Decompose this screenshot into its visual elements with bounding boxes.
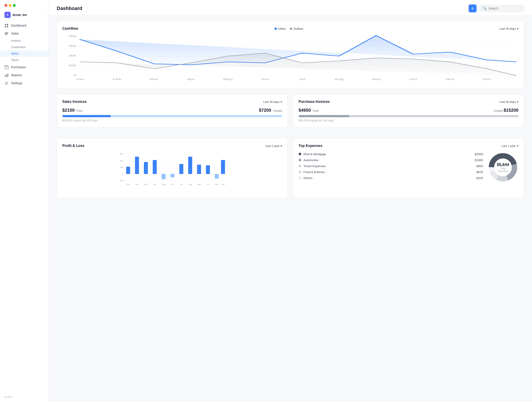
- purchase-invoice-stats: $4650 Paid Unpaid $15200: [298, 108, 519, 113]
- svg-text:Feb: Feb: [135, 183, 139, 185]
- purchase-paid-amount: $4650: [298, 108, 311, 113]
- top-expenses-period-dropdown[interactable]: Last 1 year ▾: [502, 144, 519, 148]
- chevron-down-icon: ⌄: [42, 13, 44, 16]
- sidebar-item-reports[interactable]: Reports: [0, 71, 49, 79]
- purchase-invoices-title: Purchase Invoices: [298, 100, 330, 104]
- bar-may: [162, 174, 165, 179]
- chevron-down-icon: ▾: [281, 144, 282, 148]
- sales-invoices-card: Sales Invoices Last 30 days ▾ $2100 Paid…: [57, 94, 288, 128]
- search-box: 🔍: [480, 5, 524, 12]
- bar-aug: [188, 157, 192, 174]
- bar-sep: [197, 165, 201, 174]
- outflow-legend: Outflow: [290, 27, 303, 30]
- svg-text:20k: 20k: [68, 54, 76, 57]
- sidebar-item-purchases[interactable]: Purchases: [0, 63, 49, 71]
- reports-icon: [4, 73, 8, 77]
- sales-invoice-bar: [62, 115, 282, 117]
- company-selector[interactable]: A Acme, Inc ⌄: [0, 9, 49, 20]
- sidebar-sub-invoice[interactable]: Invoice: [0, 38, 49, 44]
- svg-rect-4: [5, 32, 8, 33]
- add-button[interactable]: +: [469, 4, 477, 13]
- svg-text:10k: 10k: [120, 166, 123, 169]
- svg-text:Dec: Dec: [221, 183, 225, 185]
- svg-text:Jun: Jun: [261, 78, 269, 81]
- expense-item-0: Rent & Mortgage $2600: [298, 152, 483, 156]
- sidebar-sub-taxes[interactable]: Taxes: [0, 57, 49, 63]
- svg-rect-9: [6, 74, 7, 77]
- search-icon: 🔍: [483, 7, 487, 10]
- top-expenses-header: Top Expenses Last 1 year ▾: [298, 144, 519, 148]
- outflow-dot: [290, 27, 292, 30]
- purchase-invoices-period-dropdown[interactable]: Last 30 days ▾: [500, 100, 519, 103]
- sidebar-sub-items[interactable]: Items: [0, 50, 49, 57]
- svg-text:20k: 20k: [120, 160, 123, 162]
- sales-invoice-stats: $2100 Paid $7200 Unpaid: [62, 108, 282, 113]
- settings-icon: [4, 81, 8, 85]
- svg-point-11: [6, 83, 7, 84]
- bar-dec: [221, 160, 225, 174]
- top-expenses-title: Top Expenses: [298, 144, 322, 148]
- traffic-light-green[interactable]: [13, 4, 16, 7]
- header-actions: + 🔍: [469, 4, 524, 13]
- profit-loss-card: Profit & Loss Last 1 year ▾ 30k 20k 10k …: [57, 138, 288, 198]
- svg-text:Feb: Feb: [113, 78, 121, 81]
- purchase-invoices-card: Purchase Invoices Last 30 days ▾ $4650 P…: [293, 94, 524, 128]
- inflow-legend: Inflow: [274, 27, 286, 30]
- sidebar-sub-customers[interactable]: Customers: [0, 44, 49, 50]
- chevron-down-icon: ▾: [517, 100, 519, 103]
- svg-text:May: May: [223, 78, 233, 81]
- purchases-icon: [4, 65, 8, 69]
- traffic-light-yellow[interactable]: [9, 4, 12, 7]
- traffic-light-red[interactable]: [4, 4, 7, 7]
- svg-rect-8: [5, 75, 6, 77]
- bar-jun: [171, 174, 174, 177]
- cashflow-legend: Inflow Outflow: [274, 27, 303, 30]
- cashflow-period-dropdown[interactable]: Last 30 days ▾: [500, 27, 519, 30]
- expense-name-4: Others: [304, 176, 313, 180]
- top-expenses-card: Top Expenses Last 1 year ▾ Rent & Mortga…: [293, 138, 524, 198]
- sidebar-item-label-reports: Reports: [11, 73, 22, 77]
- purchase-bar-paid: [298, 115, 349, 117]
- sales-icon: [4, 31, 8, 35]
- cashflow-header: Cashflow Inflow Outflow Last 30 days ▾: [62, 27, 519, 31]
- sidebar-item-settings[interactable]: Settings: [0, 79, 49, 87]
- main-content: Dashboard + 🔍 Cashflow Inflow: [49, 0, 532, 402]
- donut-total: $5,644: [495, 163, 511, 167]
- search-input[interactable]: [488, 7, 521, 10]
- purchase-unpaid-amount: $15200: [504, 108, 519, 113]
- expense-dot-1: [298, 159, 301, 161]
- svg-text:Aug: Aug: [188, 183, 192, 185]
- expense-amount-0: $2600: [475, 152, 483, 156]
- sidebar-item-sales[interactable]: Sales: [0, 30, 49, 38]
- svg-text:Oct: Oct: [409, 78, 417, 81]
- svg-text:0: 0: [74, 74, 76, 76]
- profit-loss-period-dropdown[interactable]: Last 1 year ▾: [265, 144, 282, 148]
- donut-chart-container: $5,644 Total Spending: [488, 152, 519, 183]
- dashboard-content: Cashflow Inflow Outflow Last 30 days ▾: [49, 16, 532, 214]
- svg-text:Nov: Nov: [215, 183, 219, 185]
- sales-unpaid-amount: $7200: [259, 108, 271, 113]
- purchase-unpaid-label: Unpaid: [494, 109, 503, 112]
- sales-unpaid-label: Unpaid: [273, 109, 282, 112]
- cashflow-title: Cashflow: [62, 27, 78, 31]
- sidebar: A Acme, Inc ⌄ Dashboard Sales Invoice Cu…: [0, 0, 49, 402]
- svg-text:Apr: Apr: [153, 183, 156, 185]
- sales-invoices-period-dropdown[interactable]: Last 30 days ▾: [263, 100, 282, 103]
- svg-text:Jul: Jul: [299, 78, 305, 81]
- sidebar-item-label-settings: Settings: [11, 81, 22, 85]
- sales-invoices-title: Sales Invoices: [62, 100, 87, 104]
- svg-text:Mar: Mar: [144, 183, 148, 185]
- svg-text:Jul: Jul: [180, 183, 183, 185]
- sidebar-item-dashboard[interactable]: Dashboard: [0, 21, 49, 30]
- expense-dot-4: [298, 177, 301, 179]
- svg-rect-6: [5, 34, 7, 35]
- expense-amount-1: $1300: [475, 158, 483, 162]
- bottom-row: Profit & Loss Last 1 year ▾ 30k 20k 10k …: [57, 138, 524, 203]
- expense-name-3: Food & Entertai...: [304, 170, 327, 174]
- traffic-lights-row: [0, 0, 49, 9]
- svg-text:Dec: Dec: [482, 78, 492, 81]
- svg-text:Mar: Mar: [150, 78, 158, 81]
- sales-invoice-footnote: $53,000 Unpaid last 365 days: [62, 119, 282, 122]
- cashflow-card: Cashflow Inflow Outflow Last 30 days ▾: [57, 21, 524, 89]
- svg-rect-3: [7, 26, 8, 27]
